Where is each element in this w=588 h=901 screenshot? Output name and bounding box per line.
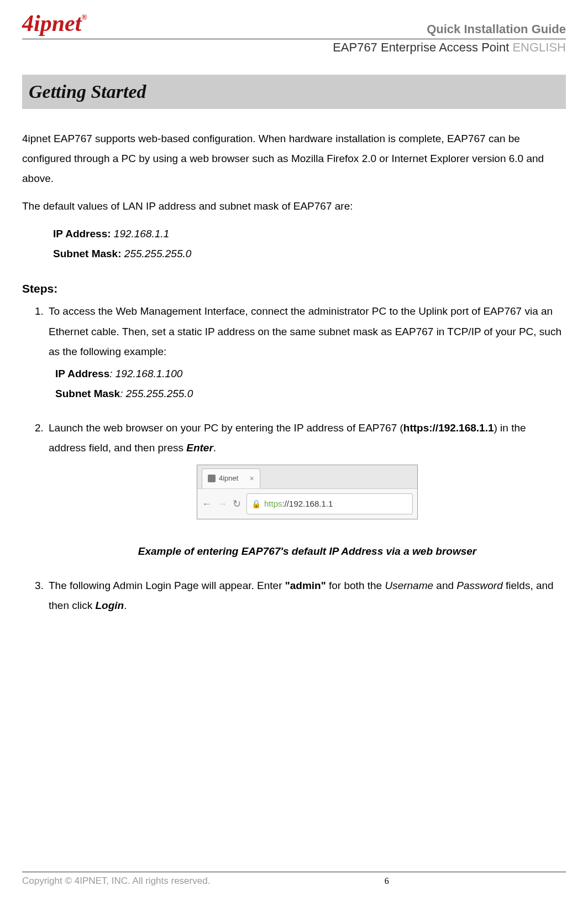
step3-username: Username — [385, 580, 433, 591]
steps-heading: Steps: — [22, 278, 566, 300]
copyright-text: Copyright © 4IPNET, INC. All rights rese… — [22, 876, 210, 887]
url-text: https://192.168.1.1 — [264, 496, 333, 512]
reload-icon[interactable]: ↻ — [233, 494, 241, 513]
figure-caption: Example of entering EAP767's default IP … — [49, 541, 566, 561]
brand-logo: 4ipnet® — [22, 10, 87, 37]
tab-label: 4ipnet — [219, 472, 238, 486]
browser-screenshot: 4ipnet × ← → ↻ 🔒 https://192.168.1.1 — [197, 465, 418, 519]
step1-ip-row: IP Address: 192.168.1.100 — [55, 364, 566, 384]
step2-pre: Launch the web browser on your PC by ent… — [49, 422, 403, 434]
step3-post: . — [124, 600, 127, 611]
step1-mask-row: Subnet Mask: 255.255.255.0 — [55, 384, 566, 404]
step-3: The following Admin Login Page will appe… — [46, 576, 566, 616]
step2-post: . — [213, 442, 216, 454]
browser-tab-strip: 4ipnet × — [197, 465, 417, 488]
url-scheme: https — [264, 499, 282, 508]
back-icon[interactable]: ← — [202, 494, 212, 513]
step1-text: To access the Web Management Interface, … — [49, 305, 561, 357]
close-icon[interactable]: × — [249, 471, 254, 486]
step3-mid1: for both the — [326, 580, 385, 591]
step3-admin: "admin" — [285, 580, 326, 591]
ip-value: 192.168.1.1 — [114, 228, 169, 239]
step1-mask-value: : 255.255.255.0 — [120, 388, 193, 399]
step1-ip-value: : 192.168.1.100 — [109, 368, 182, 379]
step3-password: Password — [456, 580, 502, 591]
url-rest: ://192.168.1.1 — [282, 499, 333, 508]
default-ip-row: IP Address: 192.168.1.1 — [53, 224, 566, 244]
step3-login: Login — [95, 600, 124, 611]
ip-label: IP Address: — [53, 228, 114, 239]
registered-icon: ® — [81, 13, 87, 22]
product-name: EAP767 Enterprise Access Point — [333, 40, 509, 54]
default-mask-row: Subnet Mask: 255.255.255.0 — [53, 244, 566, 264]
page-footer: Copyright © 4IPNET, INC. All rights rese… — [22, 872, 566, 887]
mask-value: 255.255.255.0 — [124, 248, 192, 259]
step-1: To access the Web Management Interface, … — [46, 301, 566, 403]
logo-text: 4ipnet — [22, 11, 81, 36]
address-bar[interactable]: 🔒 https://192.168.1.1 — [246, 493, 413, 515]
step1-ip-label: IP Address — [55, 368, 109, 379]
favicon-icon — [208, 475, 216, 482]
lock-icon: 🔒 — [251, 497, 261, 512]
browser-tab[interactable]: 4ipnet × — [202, 468, 260, 488]
mask-label: Subnet Mask: — [53, 248, 124, 259]
forward-icon[interactable]: → — [217, 494, 227, 513]
step3-pre: The following Admin Login Page will appe… — [49, 580, 285, 591]
language-tag: ENGLISH — [509, 40, 566, 54]
page-number: 6 — [385, 876, 389, 886]
step3-and: and — [433, 580, 456, 591]
step2-url: https://192.168.1.1 — [403, 422, 494, 434]
section-heading: Getting Started — [22, 75, 566, 109]
intro-paragraph: 4ipnet EAP767 supports web-based configu… — [22, 129, 566, 189]
defaults-intro: The default values of LAN IP address and… — [22, 196, 566, 216]
step1-mask-label: Subnet Mask — [55, 388, 120, 399]
guide-title: Quick Installation Guide — [427, 22, 566, 37]
step2-enter: Enter — [186, 442, 213, 454]
browser-toolbar: ← → ↻ 🔒 https://192.168.1.1 — [197, 488, 417, 519]
product-line: EAP767 Enterprise Access Point ENGLISH — [333, 40, 566, 54]
step-2: Launch the web browser on your PC by ent… — [46, 418, 566, 561]
